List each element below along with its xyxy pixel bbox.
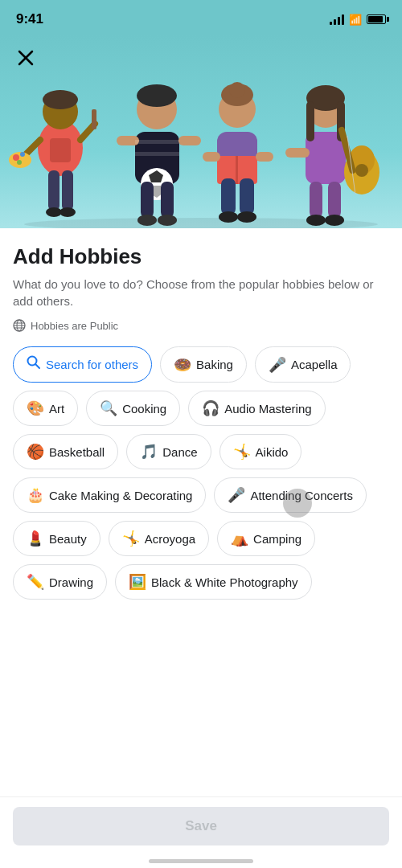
chip-emoji-art: 🎨	[27, 399, 44, 417]
svg-point-42	[219, 211, 238, 223]
chip-emoji-cooking: 🔍	[100, 399, 117, 417]
close-button[interactable]	[13, 45, 39, 71]
page-subtitle: What do you love to do? Choose from the …	[13, 276, 389, 309]
svg-rect-13	[92, 109, 96, 129]
status-icons: 📶	[330, 14, 386, 26]
chip-label-search: Search for others	[46, 358, 138, 371]
chip-label-cooking: Cooking	[122, 402, 166, 416]
svg-rect-6	[50, 138, 71, 162]
chip-art[interactable]: 🎨Art	[13, 391, 78, 426]
chip-emoji-acroyoga: 🤸	[122, 530, 140, 547]
chip-emoji-audio-mastering: 🎧	[202, 399, 219, 417]
status-time: 9:41	[16, 11, 43, 27]
chip-beauty[interactable]: 💄Beauty	[13, 521, 100, 556]
svg-rect-56	[328, 182, 341, 218]
chip-cooking[interactable]: 🔍Cooking	[86, 391, 180, 426]
chip-emoji-acapella: 🎤	[269, 356, 286, 374]
chip-label-baking: Baking	[196, 358, 233, 371]
chip-label-dance: Dance	[162, 445, 197, 459]
svg-rect-29	[161, 182, 174, 218]
chip-emoji-drawing: ✏️	[27, 573, 44, 591]
svg-rect-14	[48, 170, 59, 211]
privacy-note: Hobbies are Public	[13, 319, 389, 332]
chip-emoji-basketball: 🏀	[27, 443, 44, 461]
wifi-icon: 📶	[349, 14, 362, 26]
chip-camping[interactable]: ⛺Camping	[217, 521, 315, 556]
chip-drawing[interactable]: ✏️Drawing	[13, 564, 107, 600]
svg-rect-40	[221, 178, 236, 215]
page-title: Add Hobbies	[13, 244, 389, 269]
hero-illustration	[0, 51, 402, 228]
chip-emoji-beauty: 💄	[27, 530, 44, 547]
chip-search[interactable]: Search for others	[13, 346, 152, 383]
svg-rect-28	[141, 182, 154, 218]
chip-bw-photography[interactable]: 🖼️Black & White Photography	[115, 564, 312, 600]
svg-rect-38	[203, 152, 220, 162]
svg-rect-41	[240, 178, 254, 215]
chip-audio-mastering[interactable]: 🎧Audio Mastering	[188, 391, 325, 426]
chip-basketball[interactable]: 🏀Basketball	[13, 434, 118, 469]
signal-icon	[330, 14, 344, 25]
svg-point-35	[229, 82, 245, 98]
chip-emoji-search	[27, 355, 41, 374]
chip-emoji-attending-concerts: 🎤	[228, 486, 245, 504]
hero-section	[0, 35, 402, 228]
chip-label-acroyoga: Acroyoga	[145, 532, 195, 546]
chip-label-bw-photography: Black & White Photography	[151, 575, 298, 589]
chip-aikido[interactable]: 🤸Aikido	[219, 434, 302, 469]
chip-emoji-aikido: 🤸	[233, 443, 251, 461]
chip-acapella[interactable]: 🎤Acapella	[255, 346, 351, 383]
chip-label-camping: Camping	[253, 532, 302, 546]
globe-icon	[13, 319, 26, 332]
svg-rect-24	[135, 152, 179, 156]
save-bar: Save	[0, 796, 402, 868]
svg-point-20	[137, 84, 177, 107]
chip-emoji-baking: 🍩	[174, 356, 191, 374]
battery-icon	[367, 14, 386, 24]
svg-rect-37	[236, 156, 238, 184]
svg-point-10	[20, 152, 25, 157]
chip-emoji-camping: ⛺	[231, 530, 248, 547]
svg-rect-15	[62, 170, 73, 211]
svg-point-53	[355, 164, 368, 177]
svg-point-30	[137, 215, 157, 226]
svg-rect-54	[285, 148, 310, 158]
chip-dance[interactable]: 🎵Dance	[126, 434, 211, 469]
svg-point-9	[13, 154, 19, 161]
svg-point-57	[306, 215, 326, 226]
chip-emoji-bw-photography: 🖼️	[129, 573, 146, 591]
save-button[interactable]: Save	[13, 807, 389, 845]
chip-emoji-cake-making: 🎂	[27, 486, 44, 504]
svg-rect-23	[135, 140, 179, 144]
svg-rect-39	[256, 152, 273, 162]
svg-point-58	[325, 215, 344, 226]
chip-label-basketball: Basketball	[49, 445, 105, 459]
chip-label-art: Art	[49, 402, 64, 416]
svg-point-5	[43, 90, 78, 109]
svg-rect-22	[178, 136, 201, 145]
svg-rect-55	[310, 182, 322, 218]
svg-point-11	[17, 160, 22, 165]
svg-line-65	[35, 364, 39, 368]
svg-point-43	[237, 211, 256, 223]
chip-label-acapella: Acapella	[291, 358, 338, 371]
chip-emoji-dance: 🎵	[140, 443, 158, 461]
svg-point-17	[59, 207, 76, 217]
chip-label-beauty: Beauty	[49, 532, 87, 546]
chip-label-cake-making: Cake Making & Decorating	[49, 489, 192, 502]
chip-attending-concerts[interactable]: 🎤Attending Concerts	[214, 477, 367, 513]
chip-cake-making[interactable]: 🎂Cake Making & Decorating	[13, 477, 206, 513]
chip-label-attending-concerts: Attending Concerts	[250, 489, 353, 502]
hobbies-chips-container: Search for others🍩Baking🎤Acapella🎨Art🔍Co…	[13, 346, 389, 612]
home-indicator	[149, 859, 253, 863]
chip-label-audio-mastering: Audio Mastering	[224, 402, 311, 416]
chip-baking[interactable]: 🍩Baking	[160, 346, 247, 383]
svg-rect-47	[306, 101, 314, 141]
chip-label-drawing: Drawing	[49, 575, 93, 589]
chip-acroyoga[interactable]: 🤸Acroyoga	[109, 521, 209, 556]
main-content: Add Hobbies What do you love to do? Choo…	[0, 228, 402, 612]
chip-label-aikido: Aikido	[256, 445, 289, 459]
svg-point-31	[158, 215, 177, 226]
status-bar: 9:41 📶	[0, 0, 402, 35]
